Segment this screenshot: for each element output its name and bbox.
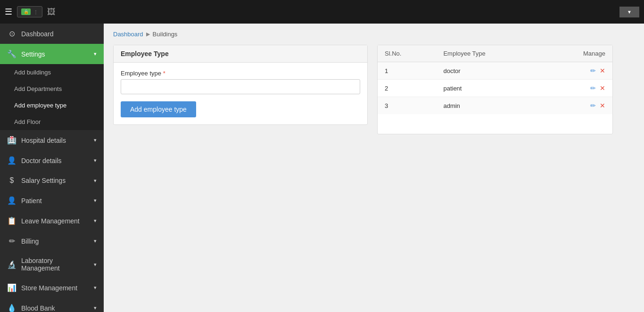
sidebar-item-leave[interactable]: 📋 Leave Management ▾ bbox=[0, 211, 104, 231]
add-employee-type-button[interactable]: Add employee type bbox=[121, 101, 196, 117]
chevron-down-icon: ▾ bbox=[94, 137, 97, 143]
sidebar-item-label: Hospital details bbox=[21, 137, 89, 144]
table-header-slno: Sl.No. bbox=[378, 45, 436, 62]
chevron-down-icon: ▾ bbox=[94, 262, 97, 268]
sidebar-item-label: Leave Management bbox=[21, 217, 89, 225]
edit-button[interactable]: ✏ bbox=[590, 67, 596, 74]
hamburger-icon[interactable]: ☰ bbox=[5, 7, 12, 17]
sidebar-item-label: Salary Settings bbox=[21, 177, 89, 184]
chevron-down-icon: ▾ bbox=[94, 238, 97, 244]
sidebar-item-label: Settings bbox=[21, 50, 89, 58]
employee-type-table-container: Sl.No. Employee Type Manage 1 doctor ✏ ✕… bbox=[377, 45, 613, 134]
delete-button[interactable]: ✕ bbox=[600, 102, 605, 109]
edit-button[interactable]: ✏ bbox=[590, 102, 596, 109]
form-card-body: Employee type * Add employee type bbox=[114, 63, 367, 124]
salary-icon: $ bbox=[7, 176, 17, 185]
sidebar-item-hospital[interactable]: 🏥 Hospital details ▾ bbox=[0, 130, 104, 150]
table-cell-manage: ✏ ✕ bbox=[544, 97, 612, 115]
patient-icon: 👤 bbox=[7, 196, 17, 205]
user-dropdown-button[interactable]: ▼ bbox=[619, 7, 639, 17]
sidebar-item-billing[interactable]: ✏ Billing ▾ bbox=[0, 231, 104, 251]
table-cell-type: doctor bbox=[436, 62, 543, 80]
table-row: 3 admin ✏ ✕ bbox=[378, 97, 612, 115]
main-layout: ⊙ Dashboard 🔧 Settings ▾ Add buildings A… bbox=[0, 24, 644, 312]
sidebar-item-patient[interactable]: 👤 Patient ▾ bbox=[0, 190, 104, 211]
laboratory-icon: 🔬 bbox=[7, 260, 17, 269]
table-header-type: Employee Type bbox=[436, 45, 543, 62]
settings-submenu: Add buildings Add Departments Add employ… bbox=[0, 64, 104, 130]
sidebar-item-label: Dashboard bbox=[21, 30, 97, 38]
sidebar-item-salary[interactable]: $ Salary Settings ▾ bbox=[0, 171, 104, 190]
employee-type-field-group: Employee type * bbox=[121, 70, 360, 94]
table-cell-manage: ✏ ✕ bbox=[544, 80, 612, 97]
store-icon: 📊 bbox=[7, 283, 17, 292]
table-cell-type: patient bbox=[436, 80, 543, 97]
billing-icon: ✏ bbox=[7, 237, 17, 246]
sidebar-item-label: Patient bbox=[21, 197, 89, 205]
table-header-manage: Manage bbox=[544, 45, 612, 62]
sidebar-item-add-departments[interactable]: Add Departments bbox=[0, 81, 104, 97]
table-row: 2 patient ✏ ✕ bbox=[378, 80, 612, 97]
page-icon: 🖼 bbox=[47, 7, 56, 17]
breadcrumb-arrow-icon: ▶ bbox=[146, 31, 150, 37]
sidebar-item-label: Laboratory Management bbox=[21, 257, 89, 272]
delete-button[interactable]: ✕ bbox=[600, 84, 605, 92]
delete-button[interactable]: ✕ bbox=[600, 67, 605, 74]
topbar-right: ▼ bbox=[619, 7, 639, 17]
table-cell-type: admin bbox=[436, 97, 543, 115]
breadcrumb-current: Buildings bbox=[153, 31, 178, 38]
employee-type-table: Sl.No. Employee Type Manage 1 doctor ✏ ✕… bbox=[378, 45, 612, 114]
form-card-title: Employee Type bbox=[114, 45, 367, 63]
sidebar: ⊙ Dashboard 🔧 Settings ▾ Add buildings A… bbox=[0, 24, 104, 312]
chevron-down-icon: ▾ bbox=[94, 285, 97, 291]
doctor-icon: 👤 bbox=[7, 156, 17, 165]
employee-type-input[interactable] bbox=[121, 79, 360, 94]
required-marker: * bbox=[163, 70, 165, 77]
hospital-icon: 🏥 bbox=[7, 136, 17, 145]
chevron-down-icon: ▾ bbox=[94, 157, 97, 164]
edit-button[interactable]: ✏ bbox=[590, 84, 596, 92]
table-cell-slno: 2 bbox=[378, 80, 436, 97]
sidebar-item-laboratory[interactable]: 🔬 Laboratory Management ▾ bbox=[0, 251, 104, 278]
breadcrumb-dashboard-link[interactable]: Dashboard bbox=[113, 31, 143, 38]
toggle-button[interactable]: 🔒 ⋮ bbox=[17, 6, 42, 17]
sidebar-item-settings[interactable]: 🔧 Settings ▾ bbox=[0, 44, 104, 64]
sidebar-item-doctor[interactable]: 👤 Doctor details ▾ bbox=[0, 150, 104, 171]
dashboard-icon: ⊙ bbox=[7, 29, 17, 38]
sidebar-item-bloodbank[interactable]: 💧 Blood Bank ▾ bbox=[0, 298, 104, 312]
chevron-down-icon: ▾ bbox=[94, 197, 97, 204]
bloodbank-icon: 💧 bbox=[7, 304, 17, 312]
sidebar-item-label: Doctor details bbox=[21, 157, 89, 164]
sidebar-item-add-employee-type[interactable]: Add employee type bbox=[0, 97, 104, 114]
chevron-down-icon: ▾ bbox=[94, 51, 97, 57]
sidebar-item-label: Blood Bank bbox=[21, 304, 89, 312]
toggle-dots: ⋮ bbox=[33, 9, 38, 15]
sidebar-item-store[interactable]: 📊 Store Management ▾ bbox=[0, 278, 104, 298]
sidebar-item-label: Billing bbox=[21, 238, 89, 245]
chevron-down-icon: ▾ bbox=[94, 218, 97, 224]
toggle-green: 🔒 bbox=[21, 8, 31, 15]
sidebar-item-add-floor[interactable]: Add Floor bbox=[0, 114, 104, 130]
content-row: Employee Type Employee type * Add employ… bbox=[113, 45, 635, 134]
table-cell-manage: ✏ ✕ bbox=[544, 62, 612, 80]
content-area: Dashboard ▶ Buildings Employee Type Empl… bbox=[104, 24, 644, 312]
table-cell-slno: 3 bbox=[378, 97, 436, 115]
lock-icon: 🔒 bbox=[24, 9, 29, 14]
topbar: ☰ 🔒 ⋮ 🖼 ▼ bbox=[0, 0, 644, 24]
sidebar-item-add-buildings[interactable]: Add buildings bbox=[0, 64, 104, 81]
table-cell-slno: 1 bbox=[378, 62, 436, 80]
breadcrumb: Dashboard ▶ Buildings bbox=[113, 31, 635, 38]
chevron-down-icon: ▾ bbox=[94, 305, 97, 311]
table-row: 1 doctor ✏ ✕ bbox=[378, 62, 612, 80]
sidebar-item-label: Store Management bbox=[21, 284, 89, 292]
topbar-left: ☰ 🔒 ⋮ 🖼 bbox=[5, 6, 56, 17]
chevron-down-icon: ▼ bbox=[627, 9, 632, 15]
employee-type-form-card: Employee Type Employee type * Add employ… bbox=[113, 45, 368, 125]
leave-icon: 📋 bbox=[7, 216, 17, 225]
chevron-down-icon: ▾ bbox=[94, 178, 97, 184]
settings-icon: 🔧 bbox=[7, 49, 17, 58]
employee-type-label: Employee type * bbox=[121, 70, 360, 77]
sidebar-item-dashboard[interactable]: ⊙ Dashboard bbox=[0, 24, 104, 44]
